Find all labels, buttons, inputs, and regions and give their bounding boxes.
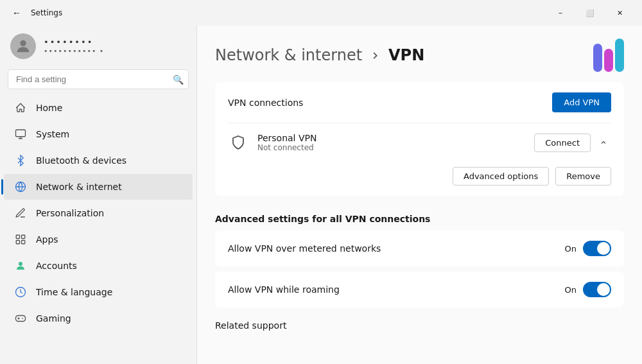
minimize-button[interactable]: − bbox=[546, 3, 575, 23]
sidebar-item-network[interactable]: Network & internet bbox=[4, 174, 193, 200]
content-header: Network & internet › VPN bbox=[197, 26, 642, 82]
sidebar-item-bluetooth[interactable]: Bluetooth & devices bbox=[4, 148, 193, 173]
sidebar-item-label-system: System bbox=[36, 129, 69, 139]
search-icon[interactable]: 🔍 bbox=[173, 74, 184, 85]
svg-point-0 bbox=[20, 40, 26, 46]
toggle-state-roaming: On bbox=[565, 285, 577, 295]
logo-bar-3 bbox=[615, 39, 624, 72]
time-icon bbox=[14, 286, 27, 299]
breadcrumb: Network & internet › VPN bbox=[215, 46, 424, 64]
sidebar-item-label-time: Time & language bbox=[36, 287, 112, 297]
user-profile[interactable]: •••••••• ••••••••••• • bbox=[0, 26, 196, 69]
svg-rect-1 bbox=[16, 130, 26, 137]
toggle-label-roaming: Allow VPN while roaming bbox=[228, 284, 340, 295]
window-controls: − ⬜ ✕ bbox=[546, 3, 634, 23]
breadcrumb-parent: Network & internet bbox=[215, 46, 362, 64]
toggle-row-roaming: Allow VPN while roaming On bbox=[215, 272, 624, 308]
personal-vpn-item: Personal VPN Not connected Connect bbox=[215, 123, 624, 162]
avatar-inner bbox=[10, 33, 36, 59]
sidebar-item-accounts[interactable]: Accounts bbox=[4, 253, 193, 279]
toggle-row-metered: Allow VPN over metered networks On bbox=[215, 230, 624, 266]
vpn-details: Personal VPN Not connected bbox=[257, 133, 317, 152]
logo-bar-1 bbox=[593, 44, 602, 72]
personalization-icon bbox=[14, 207, 27, 220]
toggle-state-metered: On bbox=[565, 244, 577, 254]
bluetooth-icon bbox=[14, 154, 27, 167]
toggle-switch-roaming[interactable] bbox=[583, 282, 611, 297]
vpn-actions: Connect bbox=[534, 134, 611, 152]
advanced-settings-title: Advanced settings for all VPN connection… bbox=[215, 204, 624, 230]
sidebar-item-personalization[interactable]: Personalization bbox=[4, 200, 193, 226]
nav-list: Home System Bluetooth & devices bbox=[0, 94, 196, 359]
gaming-icon bbox=[14, 312, 27, 325]
sidebar-item-label-accounts: Accounts bbox=[36, 261, 77, 271]
network-icon bbox=[14, 180, 27, 193]
related-support-title: Related support bbox=[215, 313, 624, 336]
home-icon bbox=[14, 101, 27, 114]
logo-bar-2 bbox=[604, 49, 613, 72]
vpn-item-left: Personal VPN Not connected bbox=[228, 132, 317, 153]
vpn-status: Not connected bbox=[257, 143, 317, 152]
advanced-options-button[interactable]: Advanced options bbox=[453, 167, 549, 186]
back-button[interactable]: ← bbox=[8, 4, 26, 22]
vpn-shield-icon bbox=[228, 132, 248, 153]
sidebar-item-apps[interactable]: Apps bbox=[4, 227, 193, 252]
title-bar: ← Settings − ⬜ ✕ bbox=[0, 0, 642, 26]
sidebar-item-label-home: Home bbox=[36, 103, 62, 113]
add-vpn-button[interactable]: Add VPN bbox=[552, 92, 611, 112]
search-box: 🔍 bbox=[8, 69, 189, 89]
vpn-connections-title: VPN connections bbox=[228, 98, 303, 108]
content-area: Network & internet › VPN VPN connections… bbox=[197, 26, 642, 364]
username: •••••••• bbox=[44, 37, 104, 47]
toggle-card-metered: Allow VPN over metered networks On bbox=[215, 230, 624, 266]
sidebar-item-system[interactable]: System bbox=[4, 121, 193, 147]
vpn-expanded-options: Advanced options Remove bbox=[215, 162, 624, 196]
toggle-switch-metered[interactable] bbox=[583, 241, 611, 256]
avatar bbox=[10, 33, 36, 59]
toggle-right-metered: On bbox=[565, 241, 611, 256]
breadcrumb-current: VPN bbox=[388, 46, 424, 64]
accounts-icon bbox=[14, 259, 27, 272]
svg-rect-3 bbox=[16, 235, 19, 238]
app-body: •••••••• ••••••••••• • 🔍 Home bbox=[0, 26, 642, 364]
user-sub: ••••••••••• • bbox=[44, 47, 104, 55]
maximize-button[interactable]: ⬜ bbox=[575, 3, 605, 23]
svg-rect-6 bbox=[22, 241, 25, 244]
sidebar-item-label-gaming: Gaming bbox=[36, 313, 71, 324]
search-input[interactable] bbox=[8, 69, 189, 89]
toggle-label-metered: Allow VPN over metered networks bbox=[228, 243, 381, 254]
remove-vpn-button[interactable]: Remove bbox=[555, 167, 611, 186]
vpn-item-top: Personal VPN Not connected Connect bbox=[228, 132, 611, 153]
connect-button[interactable]: Connect bbox=[534, 134, 591, 152]
logo-widget bbox=[593, 39, 624, 72]
sidebar-item-home[interactable]: Home bbox=[4, 95, 193, 121]
svg-rect-9 bbox=[16, 316, 26, 322]
vpn-collapse-button[interactable] bbox=[596, 136, 611, 149]
toggle-card-roaming: Allow VPN while roaming On bbox=[215, 272, 624, 308]
apps-icon bbox=[14, 233, 27, 246]
sidebar-item-time[interactable]: Time & language bbox=[4, 279, 193, 305]
vpn-connections-card: VPN connections Add VPN bbox=[215, 82, 624, 196]
user-info: •••••••• ••••••••••• • bbox=[44, 37, 104, 55]
sidebar-item-label-personalization: Personalization bbox=[36, 208, 104, 218]
sidebar: •••••••• ••••••••••• • 🔍 Home bbox=[0, 26, 196, 364]
breadcrumb-separator: › bbox=[372, 46, 379, 64]
svg-point-7 bbox=[19, 262, 22, 266]
app-title: Settings bbox=[31, 8, 62, 17]
toggle-right-roaming: On bbox=[565, 282, 611, 297]
content-inner: VPN connections Add VPN bbox=[197, 82, 642, 354]
sidebar-item-label-network: Network & internet bbox=[36, 182, 122, 192]
vpn-connections-header: VPN connections Add VPN bbox=[215, 82, 624, 123]
svg-rect-4 bbox=[22, 235, 25, 238]
system-icon bbox=[14, 128, 27, 141]
svg-rect-5 bbox=[16, 241, 19, 244]
vpn-name: Personal VPN bbox=[257, 133, 317, 143]
sidebar-item-label-bluetooth: Bluetooth & devices bbox=[36, 155, 126, 166]
close-button[interactable]: ✕ bbox=[605, 3, 634, 23]
sidebar-item-gaming[interactable]: Gaming bbox=[4, 306, 193, 331]
sidebar-item-label-apps: Apps bbox=[36, 234, 58, 245]
